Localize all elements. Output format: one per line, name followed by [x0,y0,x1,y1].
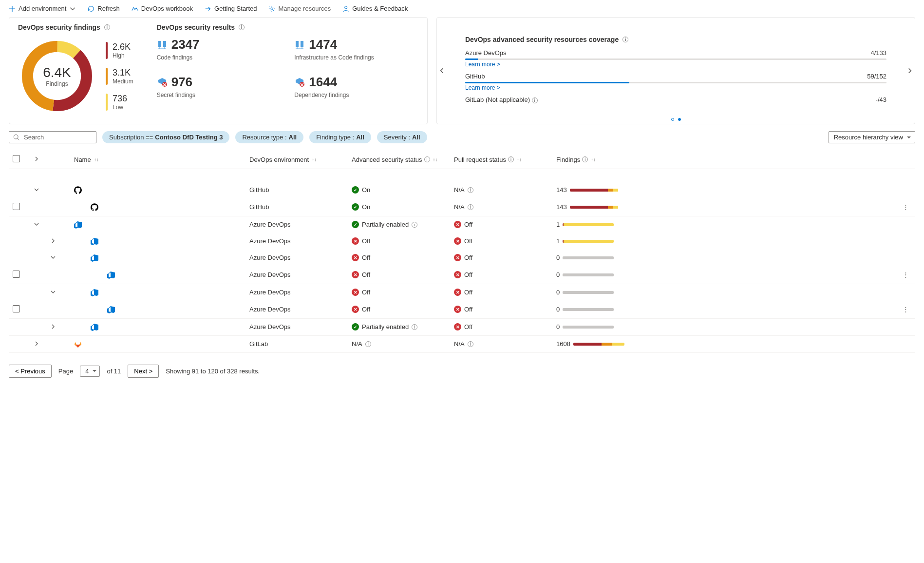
table-row[interactable]: Azure DevOps✕Off✕Off1 [9,233,915,250]
expand-toggle[interactable] [33,186,40,193]
table-row[interactable]: Azure DevOps✕Off✕Off0⋮ [9,266,915,284]
filter-resource-type[interactable]: Resource type : All [235,131,303,143]
previous-button[interactable]: < Previous [9,365,52,378]
findings-total-label: Findings [46,80,68,87]
add-environment-button[interactable]: Add environment [9,5,76,12]
expand-all-toggle[interactable] [33,155,40,162]
check-icon: ✓ [352,221,359,228]
table-row[interactable]: GitHub✓OnN/A i143⋮ [9,198,915,216]
env-cell: Azure DevOps [245,318,348,335]
table-row[interactable]: Azure DevOps✕Off✕Off0 [9,284,915,301]
low-count: 736 [113,94,127,104]
findings-bar [563,273,614,276]
expand-toggle[interactable] [33,340,40,347]
info-icon[interactable]: i [468,204,473,210]
carousel-dots [671,118,681,121]
table-row[interactable]: Azure DevOps✓Partially enabled i✕Off0 [9,318,915,335]
coverage-gh-learn-link[interactable]: Learn more > [465,84,500,91]
plus-icon [9,5,16,12]
carousel-prev-button[interactable] [436,65,448,77]
info-icon[interactable]: i [508,156,514,162]
page-select[interactable]: 4 [80,366,100,377]
getting-started-button[interactable]: Getting Started [205,5,257,12]
sort-icon: ↑↓ [433,157,438,162]
dependency-findings-tile[interactable]: 1644 Dependency findings [294,75,418,98]
refresh-button[interactable]: Refresh [88,5,120,12]
carousel-dot[interactable] [671,118,674,121]
table-row[interactable]: Azure DevOps✕Off✕Off0⋮ [9,301,915,319]
carousel-dot[interactable] [678,118,681,121]
filter-severity[interactable]: Severity : All [377,131,427,143]
col-adv-header[interactable]: Advanced security status [352,156,422,163]
findings-title: DevOps security findings i [18,23,133,31]
coverage-ado-bar [465,58,886,60]
info-icon[interactable]: i [622,37,628,42]
info-icon[interactable]: i [412,222,417,228]
row-checkbox[interactable] [13,271,20,278]
carousel-next-button[interactable] [904,65,916,77]
adv-security-status: ✓On [352,186,446,194]
col-findings-header[interactable]: Findings [556,156,580,163]
info-icon[interactable]: i [582,156,588,162]
row-more-button[interactable]: ⋮ [903,271,909,278]
info-icon[interactable]: i [532,97,538,103]
pr-status: N/A i [454,186,548,194]
findings-cell: 143 [556,203,892,211]
findings-cell: 0 [556,254,892,261]
findings-bar [563,223,614,226]
info-icon[interactable]: i [365,341,371,347]
row-more-button[interactable]: ⋮ [903,203,909,211]
adv-security-status: ✕Off [352,237,446,245]
x-icon: ✕ [454,323,461,330]
filter-finding-type[interactable]: Finding type : All [309,131,371,143]
info-icon[interactable]: i [239,24,245,30]
pr-status: ✕Off [454,306,548,313]
severity-legend: 2.6KHigh 3.1KMedium 736Low [106,42,133,111]
select-all-checkbox[interactable] [13,155,20,162]
secret-findings-icon [157,77,168,88]
expand-toggle[interactable] [50,237,57,244]
info-icon[interactable]: i [412,324,417,330]
filter-subscription[interactable]: Subscription == Contoso DfD Testing 3 [102,131,229,143]
col-pr-header[interactable]: Pull request status [454,156,506,163]
guides-feedback-button[interactable]: Guides & Feedback [342,5,408,12]
info-icon[interactable]: i [104,24,110,30]
search-icon [13,134,20,141]
pr-status: ✕Off [454,221,548,228]
x-icon: ✕ [352,254,359,261]
coverage-ado-learn-link[interactable]: Learn more > [465,61,500,68]
col-env-header[interactable]: DevOps environment [249,156,309,163]
table-row[interactable]: GitHub✓OnN/A i143 [9,182,915,198]
expand-toggle[interactable] [50,289,57,295]
env-cell: Azure DevOps [245,250,348,266]
filter-bar: Search Subscription == Contoso DfD Testi… [0,124,924,150]
devops-workbook-button[interactable]: DevOps workbook [132,5,193,12]
info-icon[interactable]: i [468,341,473,347]
table-row[interactable]: Azure DevOps✓Partially enabled i✕Off1 [9,216,915,233]
next-button[interactable]: Next > [128,365,159,378]
ado-icon [91,254,98,262]
results-summary: Showing 91 to 120 of 328 results. [166,368,260,375]
sort-icon: ↑↓ [591,157,596,162]
workbook-label: DevOps workbook [141,5,193,12]
row-more-button[interactable]: ⋮ [903,306,909,313]
info-icon[interactable]: i [468,187,473,193]
refresh-icon [88,5,94,12]
table-row[interactable]: Azure DevOps✕Off✕Off0 [9,250,915,266]
findings-cell: 1 [556,221,892,228]
row-checkbox[interactable] [13,203,20,210]
code-findings-tile[interactable]: 2347 Code findings [157,37,281,61]
iac-findings-tile[interactable]: 1474 Infrastructure as Code findings [294,37,418,61]
adv-security-status: ✓Partially enabled i [352,221,446,228]
expand-toggle[interactable] [50,254,57,261]
view-dropdown[interactable]: Resource hierarchy view [829,131,915,143]
expand-toggle[interactable] [33,221,40,228]
expand-toggle[interactable] [50,323,57,330]
row-checkbox[interactable] [13,305,20,312]
col-name-header[interactable]: Name [74,156,91,163]
search-input[interactable]: Search [9,131,96,143]
info-icon[interactable]: i [424,156,430,162]
secret-findings-tile[interactable]: 976 Secret findings [157,75,281,98]
iac-findings-icon [294,39,305,50]
table-row[interactable]: GitLabN/A iN/A i1608 [9,335,915,352]
